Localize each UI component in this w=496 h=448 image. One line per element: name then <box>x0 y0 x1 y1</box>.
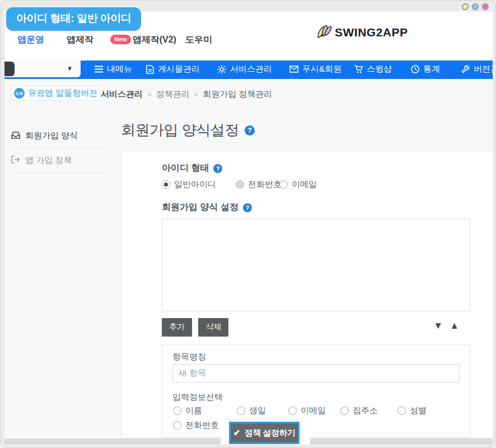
nav-app-create-v2-label: 앱제작(V2) <box>133 35 176 44</box>
id-type-option-email[interactable]: 이메일 <box>279 179 317 190</box>
signup-form-panel: 아이디 형태 ? 일반아이디 전화번호 이메일 회원가입 양식 설정 ? <box>121 151 493 438</box>
swing2app-logo[interactable]: SWING2APP <box>316 24 408 41</box>
radio-icon[interactable] <box>340 407 349 415</box>
chevron-down-icon: ▼ <box>67 65 73 72</box>
breadcrumb-policy[interactable]: 정책관리 <box>156 89 190 99</box>
info-option-phone[interactable]: 전화번호 <box>173 420 219 431</box>
info-option-address-label: 집주소 <box>353 405 378 416</box>
menu-swing-shop-label: 스윙샵 <box>367 64 392 74</box>
info-option-gender[interactable]: 성별 <box>397 405 427 416</box>
id-type-option-general-label: 일반아이디 <box>174 179 216 190</box>
set-policy-button[interactable]: ✔ 정책 설정하기 <box>229 422 300 444</box>
window-dot-minimize[interactable] <box>462 3 469 10</box>
clock-icon <box>411 65 419 73</box>
browser-window: 아이디 형태: 일반 아이디 앱운영 앱제작 New앱제작(V2) 도우미 <box>0 0 496 448</box>
menu-push-members[interactable]: 푸시&회원 <box>289 64 341 74</box>
set-policy-button-label: 정책 설정하기 <box>245 428 296 438</box>
radio-selected-icon[interactable] <box>162 180 170 189</box>
form-section-label: 회원가입 양식 설정 ? <box>162 202 252 213</box>
radio-icon[interactable] <box>288 407 297 415</box>
id-type-option-general[interactable]: 일반아이디 <box>162 179 216 190</box>
info-option-email-label: 이메일 <box>301 405 326 416</box>
sidebar-item-join-policy[interactable]: 앱 가입 정책 <box>11 148 107 173</box>
window-dot-maximize[interactable] <box>472 3 479 10</box>
nav-app-create-v2[interactable]: New앱제작(V2) <box>110 34 176 46</box>
plan-badge: 알뜰 유료앱 알뜰형버전 <box>11 86 104 101</box>
delete-button[interactable]: 삭제 <box>198 318 228 337</box>
menu-icon <box>95 66 103 73</box>
breadcrumb-signup-policy[interactable]: 회원가입 정책관리 <box>203 89 272 99</box>
nav-help[interactable]: 도우미 <box>185 34 212 46</box>
form-items-toolbar: 추가 삭제 ▼▲ <box>162 318 470 337</box>
form-section-label-text: 회원가입 양식 설정 <box>162 202 238 213</box>
info-option-birthday[interactable]: 생일 <box>237 405 266 416</box>
app-thumbnail-icon <box>4 62 15 76</box>
help-icon[interactable]: ? <box>243 203 252 212</box>
plan-circle-icon: 알뜰 <box>14 88 25 99</box>
info-option-name[interactable]: 이름 <box>173 405 202 416</box>
info-option-phone-label: 전화번호 <box>185 420 219 431</box>
menu-my-menu[interactable]: 내메뉴 <box>95 64 132 74</box>
breadcrumb-service[interactable]: 서비스관리 <box>101 89 143 99</box>
page-title-text: 회원가입 양식설정 <box>121 120 239 140</box>
menu-statistics[interactable]: 통계 <box>411 64 440 74</box>
id-type-option-email-label: 이메일 <box>292 179 317 190</box>
mail-icon <box>289 66 298 73</box>
plan-badge-label: 유료앱 알뜰형버전 <box>28 88 97 99</box>
id-type-label-text: 아이디 형태 <box>162 162 209 174</box>
menu-swing-shop[interactable]: 스윙샵 <box>354 64 392 74</box>
sidebar-item-signup-form-label: 회원가입 양식 <box>25 130 78 141</box>
menu-posts[interactable]: 게시물관리 <box>146 64 200 74</box>
radio-icon[interactable] <box>173 421 181 430</box>
app-selector-dropdown[interactable]: ▼ <box>4 60 81 77</box>
breadcrumb-separator: > <box>147 90 152 99</box>
window-controls <box>462 3 489 10</box>
sign-out-icon <box>11 156 20 165</box>
menu-version[interactable]: 버전관리 <box>461 64 493 74</box>
item-name-input[interactable] <box>172 364 460 382</box>
info-option-birthday-label: 생일 <box>249 405 266 416</box>
document-icon <box>146 65 154 74</box>
id-type-option-phone[interactable]: 전화번호 <box>236 179 282 190</box>
cart-icon <box>354 65 363 73</box>
help-icon[interactable]: ? <box>245 125 255 136</box>
radio-icon[interactable] <box>237 407 245 415</box>
logo-text: SWING2APP <box>335 26 408 39</box>
breadcrumb: 서비스관리>정책관리>회원가입 정책관리 <box>101 89 272 100</box>
new-badge: New <box>110 35 131 44</box>
gear-icon <box>217 65 226 74</box>
menu-service[interactable]: 서비스관리 <box>217 64 272 74</box>
sidebar-item-join-policy-label: 앱 가입 정책 <box>25 155 72 166</box>
sidebar: 회원가입 양식 앱 가입 정책 <box>11 124 107 173</box>
window-dot-close[interactable] <box>482 3 489 10</box>
radio-icon[interactable] <box>279 180 288 189</box>
radio-icon[interactable] <box>397 407 406 415</box>
add-button[interactable]: 추가 <box>162 318 192 337</box>
id-type-option-phone-label: 전화번호 <box>248 179 282 190</box>
radio-icon[interactable] <box>236 180 244 189</box>
id-type-label: 아이디 형태 ? <box>162 162 222 174</box>
menu-version-label: 버전관리 <box>474 64 493 74</box>
app-page: 앱운영 앱제작 New앱제작(V2) 도우미 SWING2APP <box>4 12 493 445</box>
radio-icon[interactable] <box>173 407 181 415</box>
sidebar-item-signup-form[interactable]: 회원가입 양식 <box>11 124 107 148</box>
info-option-address[interactable]: 집주소 <box>340 405 378 416</box>
menu-service-label: 서비스관리 <box>230 64 272 74</box>
inbox-icon <box>11 131 20 141</box>
form-items-listbox[interactable] <box>162 218 470 311</box>
reorder-arrows: ▼▲ <box>433 320 466 332</box>
menu-statistics-label: 통계 <box>423 64 440 74</box>
annotation-badge: 아이디 형태: 일반 아이디 <box>6 7 141 31</box>
main-menubar: ▼ 내메뉴 게시물관리 서비스관리 <box>4 60 493 79</box>
info-option-email[interactable]: 이메일 <box>288 405 326 416</box>
menu-posts-label: 게시물관리 <box>158 64 200 74</box>
nav-app-operation[interactable]: 앱운영 <box>17 34 44 46</box>
nav-app-create[interactable]: 앱제작 <box>67 34 93 46</box>
breadcrumb-separator: > <box>194 90 199 99</box>
info-option-gender-label: 성별 <box>410 405 427 416</box>
help-icon[interactable]: ? <box>213 164 222 173</box>
move-down-icon[interactable]: ▼ <box>433 320 450 331</box>
move-up-icon[interactable]: ▲ <box>450 320 466 331</box>
check-icon: ✔ <box>233 428 240 438</box>
menu-push-members-label: 푸시&회원 <box>302 64 341 74</box>
